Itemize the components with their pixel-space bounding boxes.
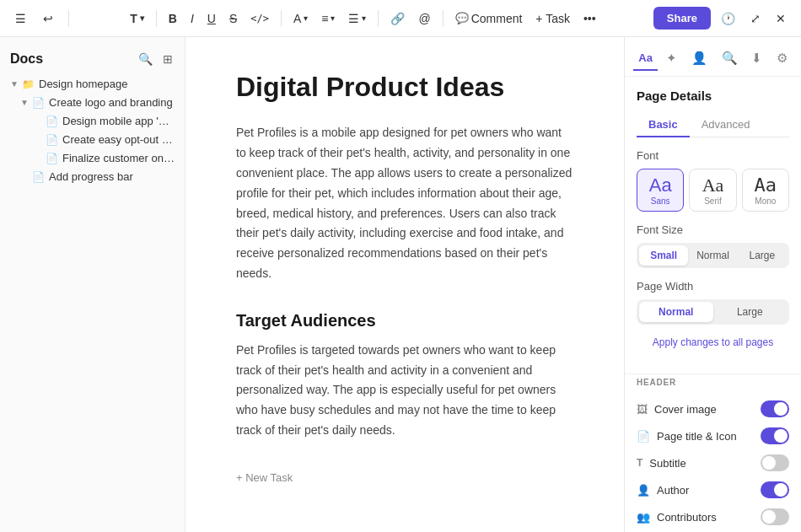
font-label: Font (637, 149, 789, 162)
panel-search-button[interactable]: 🔍 (717, 46, 743, 71)
divider (281, 10, 282, 27)
subtitle-toggle[interactable] (761, 454, 789, 471)
task-button[interactable]: + Task (530, 8, 575, 29)
toggle-subtitle: T Subtitle (625, 449, 801, 476)
author-label: Author (657, 484, 689, 497)
doc-icon: 📄 (32, 97, 45, 109)
sidebar-item-label: Create logo and branding (49, 96, 173, 109)
font-size-normal[interactable]: Normal (688, 245, 737, 266)
text-type-button[interactable]: T ▾ (125, 8, 149, 29)
page-title-icon: 📄 (637, 430, 650, 443)
comment-button[interactable]: 💬 Comment (450, 8, 528, 29)
toggle-contributors: 👥 Contributors (625, 503, 801, 530)
font-option-serif[interactable]: Aa Serif (689, 169, 736, 212)
history-button[interactable]: 🕐 (716, 8, 740, 29)
page-width-label: Page Width (637, 280, 789, 293)
sidebar-item-design-homepage[interactable]: ▼ 📁 Design homepage (3, 75, 181, 93)
mention-button[interactable]: @ (413, 8, 435, 29)
bold-button[interactable]: B (164, 8, 182, 29)
undo-button[interactable]: ↩ (38, 8, 58, 29)
history-icon: 🕐 (721, 12, 735, 25)
cover-image-label: Cover image (654, 403, 717, 416)
more-button[interactable]: ••• (578, 8, 601, 29)
align-button[interactable]: ≡ ▾ (316, 8, 340, 29)
sidebar-layout-button[interactable]: ⊞ (161, 51, 175, 67)
code-icon: </> (250, 13, 269, 24)
font-color-button[interactable]: A ▾ (288, 8, 313, 29)
sidebar-item-create-logo[interactable]: ▼ 📄 Create logo and branding (3, 94, 181, 111)
list-button[interactable]: ☰ ▾ (343, 8, 371, 29)
menu-button[interactable]: ☰ (10, 8, 31, 29)
font-option-sans[interactable]: Aa Sans (637, 169, 684, 212)
font-size-toggle-group: Small Normal Large (637, 243, 789, 268)
comment-icon: 💬 (455, 12, 469, 24)
page-width-normal[interactable]: Normal (639, 302, 713, 322)
sidebar: Docs 🔍 ⊞ ▼ 📁 Design homepage ▼ 📄 Create … (0, 37, 185, 532)
panel-user-button[interactable]: 👤 (686, 46, 712, 71)
font-size-small[interactable]: Small (639, 245, 688, 266)
font-mono-label: Mono (755, 196, 776, 206)
doc-icon: 📄 (32, 171, 45, 183)
tab-advanced[interactable]: Advanced (690, 113, 762, 137)
divider (156, 10, 157, 27)
share-button[interactable]: Share (653, 7, 711, 30)
sidebar-search-button[interactable]: 🔍 (137, 51, 154, 67)
more-icon: ••• (583, 12, 596, 25)
header-section-title: HEADER (625, 378, 801, 387)
panel-settings-button[interactable]: ⚙ (771, 46, 793, 71)
font-size-large[interactable]: Large (738, 245, 787, 266)
font-mono-letter: Aa (755, 176, 777, 195)
mention-icon: @ (418, 12, 430, 25)
panel-download-button[interactable]: ⬇ (746, 46, 767, 71)
new-task-button[interactable]: + New Task (236, 468, 293, 487)
code-button[interactable]: </> (245, 9, 274, 28)
task-label: + Task (535, 12, 570, 25)
fullscreen-button[interactable]: ⤢ (745, 8, 766, 29)
divider (68, 10, 69, 27)
doc-icon: 📄 (46, 134, 58, 146)
comment-label: Comment (471, 12, 523, 25)
toggle-contributors-left: 👥 Contributors (637, 511, 717, 524)
panel-emoji-button[interactable]: ✦ (661, 46, 682, 71)
font-sans-letter: Aa (649, 176, 672, 195)
sidebar-item-finalize-onboarding[interactable]: ▶ 📄 Finalize customer onboarding (3, 149, 181, 167)
sidebar-item-label: Design mobile app 'Lite' UI (62, 115, 175, 127)
underline-icon: U (207, 12, 216, 25)
page-width-toggle-group: Normal Large (637, 299, 789, 325)
content-area: Digital Product Ideas Pet Profiles is a … (185, 37, 624, 532)
panel-details-section: Page Details Basic Advanced Font Aa Sans… (625, 77, 801, 370)
sidebar-item-create-optout[interactable]: ▶ 📄 Create easy opt-out settings (3, 131, 181, 148)
apply-changes-link[interactable]: Apply changes to all pages (637, 336, 789, 348)
sidebar-item-label: Add progress bar (49, 170, 133, 183)
sidebar-item-add-progress[interactable]: ▶ 📄 Add progress bar (3, 168, 181, 185)
page-title-label: Page title & Icon (657, 430, 737, 443)
close-button[interactable]: ✕ (771, 8, 791, 29)
intro-text: Pet Profiles is a mobile app designed fo… (236, 123, 573, 283)
contributors-icon: 👥 (637, 511, 650, 524)
font-option-mono[interactable]: Aa Mono (742, 169, 789, 212)
toggle-page-title: 📄 Page title & Icon (625, 422, 801, 449)
contributors-toggle[interactable] (761, 508, 789, 525)
fullscreen-icon: ⤢ (750, 12, 761, 25)
tab-basic[interactable]: Basic (637, 113, 690, 137)
sidebar-item-label: Create easy opt-out settings (62, 133, 175, 146)
underline-button[interactable]: U (202, 8, 221, 29)
toggle-author-left: 👤 Author (637, 484, 689, 497)
doc-icon: 📄 (46, 153, 58, 164)
sidebar-item-design-mobile[interactable]: ▶ 📄 Design mobile app 'Lite' UI (3, 112, 181, 130)
cover-image-toggle[interactable] (761, 400, 789, 417)
panel-font-button[interactable]: Aa (633, 46, 658, 71)
intro-section: Pet Profiles is a mobile app designed fo… (236, 123, 573, 283)
page-width-large[interactable]: Large (713, 302, 788, 322)
link-button[interactable]: 🔗 (385, 8, 410, 29)
right-panel: Aa ✦ 👤 🔍 ⬇ ⚙ Page Details Basic Advanced… (624, 37, 801, 532)
list-icon: ☰ (348, 12, 359, 25)
font-size-label: Font Size (637, 223, 789, 236)
page-title: Digital Product Ideas (236, 71, 573, 103)
italic-button[interactable]: I (185, 8, 199, 29)
author-toggle[interactable] (761, 481, 789, 498)
main-layout: Docs 🔍 ⊞ ▼ 📁 Design homepage ▼ 📄 Create … (0, 37, 801, 532)
page-title-toggle[interactable] (761, 427, 789, 444)
subtitle-icon: T (637, 457, 642, 469)
strikethrough-button[interactable]: S (224, 8, 242, 29)
